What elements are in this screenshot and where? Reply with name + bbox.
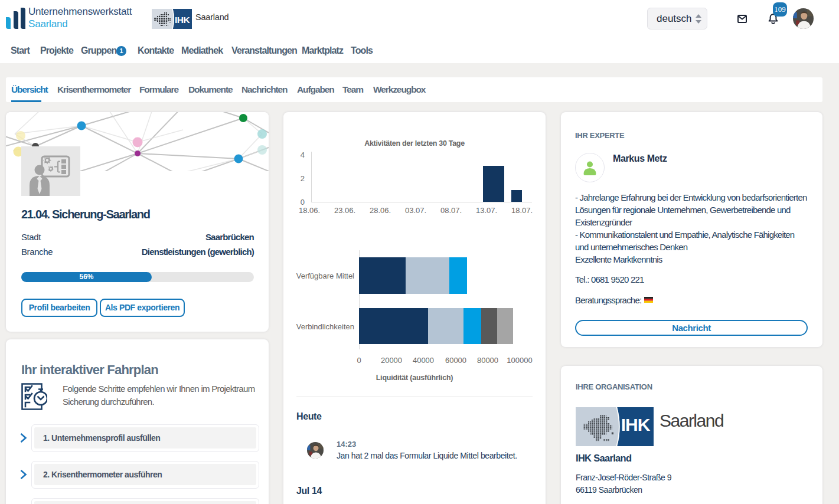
svg-text:Verfügbare Mittel: Verfügbare Mittel <box>296 271 354 280</box>
svg-text:IHK: IHK <box>175 15 191 25</box>
svg-text:20000: 20000 <box>381 356 402 365</box>
svg-text:Verbindlichkeiten: Verbindlichkeiten <box>296 322 354 331</box>
svg-text:08.07.: 08.07. <box>440 206 462 215</box>
svg-text:23.06.: 23.06. <box>334 206 355 215</box>
svg-text:80000: 80000 <box>477 356 498 365</box>
svg-text:28.06.: 28.06. <box>370 206 391 215</box>
svg-text:0: 0 <box>301 198 305 207</box>
svg-text:Liquidität (ausführlich): Liquidität (ausführlich) <box>376 374 453 382</box>
svg-text:IHK: IHK <box>621 415 651 434</box>
svg-text:03.07.: 03.07. <box>405 206 426 215</box>
svg-text:40000: 40000 <box>413 356 434 365</box>
svg-text:2: 2 <box>301 174 305 183</box>
svg-text:60000: 60000 <box>445 356 466 365</box>
svg-text:100000: 100000 <box>507 356 532 365</box>
svg-text:13.07.: 13.07. <box>476 206 497 215</box>
svg-text:4: 4 <box>301 150 305 159</box>
svg-text:18.06.: 18.06. <box>299 206 320 215</box>
svg-text:0: 0 <box>357 356 361 365</box>
svg-text:18.07.: 18.07. <box>511 206 533 215</box>
